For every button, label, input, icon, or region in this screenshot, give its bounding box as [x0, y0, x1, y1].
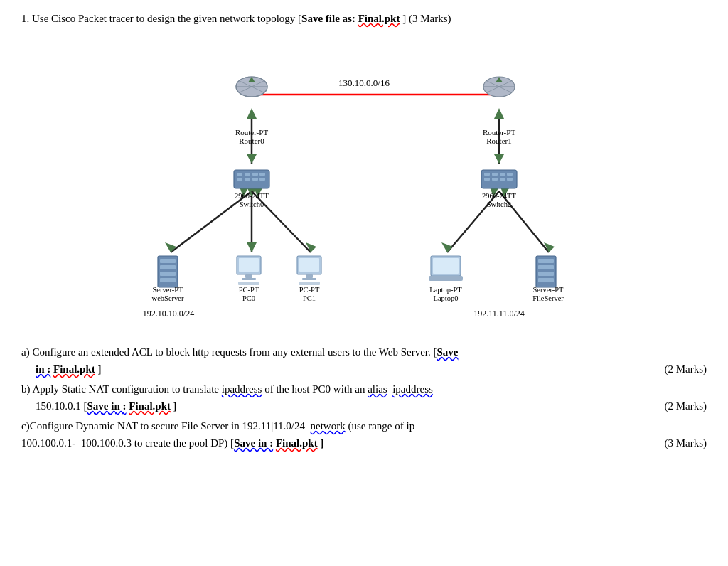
svg-rect-43 [252, 178, 258, 181]
svg-text:Router1: Router1 [486, 137, 511, 145]
svg-text:Switch2: Switch2 [487, 201, 511, 208]
svg-text:192.10.10.0/24: 192.10.10.0/24 [143, 309, 194, 319]
part-c-text: Configure Dynamic NAT to secure File Ser… [21, 420, 414, 449]
svg-rect-55 [160, 259, 176, 263]
svg-text:PC0: PC0 [242, 294, 255, 302]
svg-rect-44 [259, 178, 265, 181]
svg-rect-73 [538, 259, 554, 263]
svg-marker-14 [494, 108, 504, 119]
svg-rect-70 [433, 258, 459, 274]
svg-rect-75 [538, 272, 554, 276]
part-a: a) Configure an extended ACL to block ht… [21, 343, 707, 378]
svg-text:Server-PT: Server-PT [533, 286, 564, 294]
svg-rect-46 [484, 173, 490, 176]
svg-rect-62 [242, 278, 256, 280]
svg-rect-76 [538, 278, 554, 282]
network-diagram: 130.10.0.0/16 192.10.10.0/24 192.11.11.0… [87, 32, 641, 338]
svg-text:PC1: PC1 [303, 294, 316, 302]
svg-rect-71 [429, 276, 463, 281]
part-b-marks: (2 Marks) [664, 397, 707, 415]
svg-rect-48 [500, 173, 505, 176]
part-b-letter: b) [21, 383, 31, 395]
svg-text:2960-24TT: 2960-24TT [482, 192, 516, 200]
svg-rect-39 [252, 173, 258, 176]
svg-marker-15 [494, 154, 504, 164]
close-bracket: ] (3 Marks) [402, 13, 451, 24]
svg-text:192.11.11.0/24: 192.11.11.0/24 [473, 309, 524, 319]
svg-rect-67 [302, 278, 316, 280]
svg-text:Switch0: Switch0 [240, 201, 264, 208]
svg-rect-58 [160, 278, 176, 282]
svg-text:Laptop-PT: Laptop-PT [429, 286, 462, 294]
svg-rect-41 [237, 178, 242, 181]
svg-text:Router0: Router0 [239, 137, 264, 145]
svg-text:PC-PT: PC-PT [299, 286, 320, 294]
part-a-marks: (2 Marks) [664, 361, 707, 378]
svg-text:Router-PT: Router-PT [235, 128, 268, 137]
svg-rect-74 [538, 265, 554, 269]
svg-rect-49 [507, 173, 513, 176]
svg-marker-8 [247, 242, 257, 252]
svg-rect-60 [239, 258, 259, 272]
question-text-before: Use Cisco Packet tracer to design the gi… [32, 13, 301, 24]
question-number: 1. [21, 13, 29, 24]
part-a-letter: a) [21, 346, 30, 358]
svg-marker-2 [247, 108, 257, 119]
svg-rect-50 [484, 178, 490, 181]
svg-rect-65 [299, 258, 319, 272]
svg-text:PC-PT: PC-PT [239, 286, 259, 294]
svg-text:Router-PT: Router-PT [483, 128, 515, 137]
svg-rect-56 [160, 265, 176, 269]
part-c: c)Configure Dynamic NAT to secure File S… [21, 417, 707, 452]
svg-marker-5 [165, 242, 176, 252]
svg-text:Laptop0: Laptop0 [434, 294, 459, 302]
svg-text:2960-24TT: 2960-24TT [235, 192, 269, 200]
part-b-text: Apply Static NAT configuration to transl… [21, 383, 433, 412]
svg-rect-42 [245, 178, 250, 181]
svg-marker-3 [247, 154, 257, 164]
svg-rect-38 [245, 173, 250, 176]
svg-rect-37 [237, 173, 242, 176]
part-c-letter: c) [21, 420, 30, 432]
svg-rect-40 [259, 173, 265, 176]
svg-rect-63 [238, 282, 259, 285]
answers-section: a) Configure an extended ACL to block ht… [21, 343, 707, 452]
svg-rect-61 [245, 274, 252, 278]
svg-rect-68 [299, 282, 320, 285]
svg-text:Server-PT: Server-PT [153, 286, 184, 294]
svg-text:130.10.0.0/16: 130.10.0.0/16 [338, 78, 390, 88]
svg-rect-47 [492, 173, 498, 176]
svg-rect-51 [492, 178, 498, 181]
svg-rect-52 [500, 178, 505, 181]
svg-text:webServer: webServer [152, 294, 184, 302]
file-name: Final.pkt [358, 13, 400, 24]
part-b: b) Apply Static NAT configuration to tra… [21, 380, 707, 415]
part-c-marks: (3 Marks) [664, 434, 707, 452]
svg-rect-53 [507, 178, 513, 181]
save-label: Save file as: [301, 13, 355, 24]
svg-marker-17 [441, 242, 453, 252]
part-a-text: Configure an extended ACL to block http … [21, 346, 458, 375]
svg-rect-57 [160, 272, 176, 276]
diagram-svg: 130.10.0.0/16 192.10.10.0/24 192.11.11.0… [87, 32, 641, 338]
svg-text:FileServer: FileServer [532, 294, 564, 302]
question-block: 1. Use Cisco Packet tracer to design the… [21, 13, 707, 25]
svg-rect-66 [306, 274, 313, 278]
svg-marker-11 [306, 242, 316, 252]
